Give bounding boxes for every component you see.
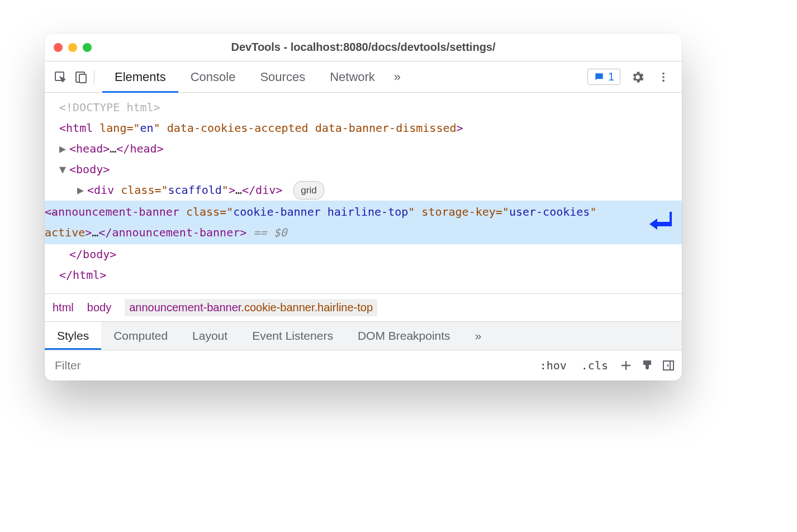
breadcrumb: html body announcement-banner.cookie-ban… [45, 293, 682, 321]
hov-toggle-button[interactable]: :hov [537, 358, 570, 373]
expand-arrow-icon[interactable]: ▼ [59, 159, 67, 180]
subtab-styles[interactable]: Styles [45, 322, 101, 350]
window-close-button[interactable] [54, 43, 63, 52]
paint-brush-icon[interactable] [641, 359, 654, 372]
dom-body-close-line[interactable]: </body> [45, 244, 682, 265]
device-toolbar-icon[interactable] [72, 68, 89, 86]
dom-selected-row[interactable]: ▶<announcement-banner class="cookie-bann… [45, 201, 682, 244]
console-dollar-zero-hint: == $0 [246, 226, 287, 239]
computed-sidebar-toggle-icon[interactable] [662, 359, 675, 372]
dom-html-open-line[interactable]: <html lang="en" data-cookies-accepted da… [45, 118, 682, 139]
styles-filter-input[interactable] [51, 359, 529, 372]
tab-sources[interactable]: Sources [248, 61, 317, 93]
issues-badge[interactable]: 1 [587, 69, 620, 85]
dom-head-line[interactable]: ▶<head>…</head> [45, 139, 682, 159]
breadcrumb-item-body[interactable]: body [87, 301, 111, 314]
tab-elements[interactable]: Elements [102, 61, 178, 93]
expand-arrow-icon[interactable]: ▶ [77, 180, 85, 201]
toolbar-separator [94, 70, 94, 84]
more-tabs-chevron[interactable]: » [394, 70, 401, 84]
window-title: DevTools - localhost:8080/docs/devtools/… [45, 41, 682, 54]
dom-div-scaffold-line[interactable]: ▶<div class="scaffold">…</div> grid [45, 180, 682, 201]
selection-indicator-arrow-icon [648, 210, 673, 241]
subtab-event-listeners[interactable]: Event Listeners [240, 322, 345, 350]
subtab-computed[interactable]: Computed [101, 322, 180, 350]
elements-dom-tree[interactable]: <!DOCTYPE html> <html lang="en" data-coo… [45, 93, 682, 293]
settings-gear-icon[interactable] [626, 65, 649, 89]
breadcrumb-classes: .cookie-banner.hairline-top [241, 301, 373, 314]
titlebar: DevTools - localhost:8080/docs/devtools/… [45, 34, 682, 61]
devtools-window: DevTools - localhost:8080/docs/devtools/… [45, 34, 682, 381]
styles-subtabs: Styles Computed Layout Event Listeners D… [45, 321, 682, 350]
dom-doctype-line[interactable]: <!DOCTYPE html> [45, 97, 682, 118]
styles-filter-bar: :hov .cls [45, 350, 682, 381]
breadcrumb-item-html[interactable]: html [53, 301, 74, 314]
window-zoom-button[interactable] [83, 43, 92, 52]
subtab-dom-breakpoints[interactable]: DOM Breakpoints [345, 322, 463, 350]
tab-network[interactable]: Network [317, 61, 387, 93]
dom-html-close-line[interactable]: </html> [45, 265, 682, 286]
kebab-menu-icon[interactable] [652, 65, 675, 89]
dom-body-open-line[interactable]: ▼<body> [45, 159, 682, 180]
grid-badge[interactable]: grid [293, 181, 324, 200]
main-tabs: Elements Console Sources Network [102, 61, 387, 93]
breadcrumb-tag: announcement-banner [129, 301, 241, 314]
svg-point-4 [662, 76, 665, 78]
new-style-rule-icon[interactable] [619, 359, 633, 372]
issues-icon [594, 72, 605, 83]
expand-arrow-icon[interactable]: ▶ [59, 139, 67, 159]
svg-point-5 [662, 79, 665, 82]
svg-rect-2 [79, 74, 86, 83]
subtab-more-chevron[interactable]: » [463, 322, 494, 350]
inspect-element-icon[interactable] [51, 68, 69, 86]
traffic-lights [54, 43, 92, 52]
tab-console[interactable]: Console [178, 61, 248, 93]
issues-count: 1 [608, 70, 614, 83]
breadcrumb-item-selected[interactable]: announcement-banner.cookie-banner.hairli… [125, 299, 377, 316]
svg-point-3 [662, 72, 665, 74]
main-toolbar: Elements Console Sources Network » 1 [45, 61, 682, 93]
window-minimize-button[interactable] [68, 43, 77, 52]
subtab-layout[interactable]: Layout [180, 322, 240, 350]
cls-toggle-button[interactable]: .cls [578, 358, 611, 373]
